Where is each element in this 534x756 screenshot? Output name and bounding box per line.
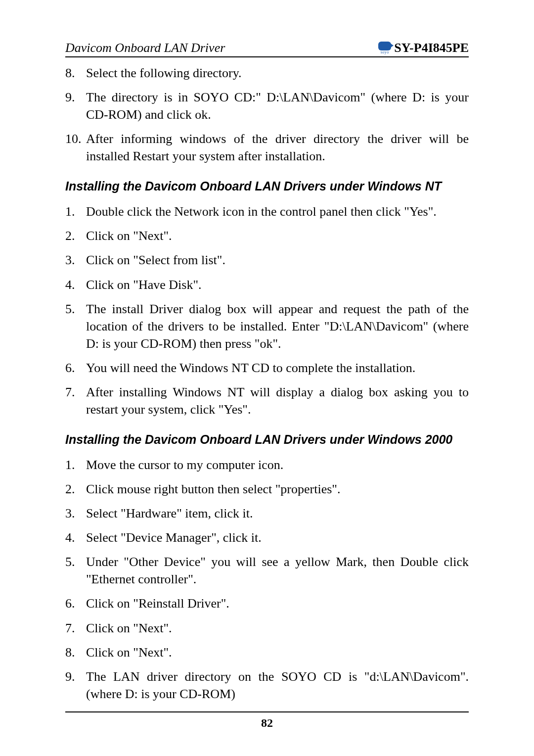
list-text: Click on "Select from list". [86,251,469,269]
list-number: 9. [65,89,86,123]
list-number: 7. [65,383,86,418]
list-number: 5. [65,553,86,588]
list-text: Click on "Have Disk". [86,276,469,293]
list-text: You will need the Windows NT CD to compl… [86,359,469,377]
page-header: Davicom Onboard LAN Driver soyo SY-P4I84… [65,41,469,57]
list-item: 9. The LAN driver directory on the SOYO … [65,668,469,703]
list-text: Move the cursor to my computer icon. [86,456,469,473]
page: Davicom Onboard LAN Driver soyo SY-P4I84… [0,0,534,755]
header-left: Davicom Onboard LAN Driver [65,41,225,55]
list-item: 1. Move the cursor to my computer icon. [65,456,469,473]
list-text: Click on "Next". [86,227,469,244]
cont-list: 8. Select the following directory. 9. Th… [65,64,469,165]
list-item: 3. Click on "Select from list". [65,251,469,269]
list-text: Click on "Next". [86,619,469,637]
list-item: 2. Click mouse right button then select … [65,480,469,498]
list-text: Under "Other Device" you will see a yell… [86,553,469,588]
list-number: 5. [65,300,86,352]
list-number: 6. [65,595,86,612]
logo-text: soyo [381,50,389,54]
soyo-logo-icon: soyo [378,42,391,54]
list-item: 4. Click on "Have Disk". [65,276,469,293]
list-item: 6. Click on "Reinstall Driver". [65,595,469,612]
list-item: 9. The directory is in SOYO CD:" D:\LAN\… [65,89,469,123]
list-item: 1. Double click the Network icon in the … [65,203,469,220]
list-number: 10. [65,130,86,165]
list-number: 1. [65,456,86,473]
list-number: 4. [65,529,86,546]
list-number: 9. [65,668,86,703]
header-right: soyo SY-P4I845PE [378,41,469,55]
list-item: 4. Select "Device Manager", click it. [65,529,469,546]
list-item: 7. After installing Windows NT will disp… [65,383,469,418]
list-text: The install Driver dialog box will appea… [86,300,469,352]
list-item: 2. Click on "Next". [65,227,469,244]
list-item: 8. Select the following directory. [65,64,469,82]
list-text: Select "Device Manager", click it. [86,529,469,546]
list-text: Select the following directory. [86,64,469,82]
list-text: Select "Hardware" item, click it. [86,505,469,522]
list-text: The directory is in SOYO CD:" D:\LAN\Dav… [86,89,469,123]
list-text: Click mouse right button then select "pr… [86,480,469,498]
page-number: 82 [65,716,469,730]
list-item: 8. Click on "Next". [65,644,469,661]
list-item: 7. Click on "Next". [65,619,469,637]
nt-list: 1. Double click the Network icon in the … [65,203,469,418]
list-number: 7. [65,619,86,637]
footer-rule [65,711,469,712]
list-number: 2. [65,480,86,498]
list-text: The LAN driver directory on the SOYO CD … [86,668,469,703]
list-item: 10. After informing windows of the drive… [65,130,469,165]
list-text: Double click the Network icon in the con… [86,203,469,220]
list-text: After installing Windows NT will display… [86,383,469,418]
list-text: After informing windows of the driver di… [86,130,469,165]
section-heading-nt: Installing the Davicom Onboard LAN Drive… [65,177,469,196]
list-number: 1. [65,203,86,220]
list-number: 8. [65,64,86,82]
list-number: 3. [65,251,86,269]
section-heading-2000: Installing the Davicom Onboard LAN Drive… [65,430,469,449]
header-model: SY-P4I845PE [394,41,469,55]
list-item: 5. Under "Other Device" you will see a y… [65,553,469,588]
list-text: Click on "Next". [86,644,469,661]
list-item: 3. Select "Hardware" item, click it. [65,505,469,522]
list-item: 6. You will need the Windows NT CD to co… [65,359,469,377]
list-number: 2. [65,227,86,244]
list-number: 8. [65,644,86,661]
list-number: 3. [65,505,86,522]
list-number: 6. [65,359,86,377]
list-number: 4. [65,276,86,293]
w2000-list: 1. Move the cursor to my computer icon. … [65,456,469,703]
list-item: 5. The install Driver dialog box will ap… [65,300,469,352]
list-text: Click on "Reinstall Driver". [86,595,469,612]
